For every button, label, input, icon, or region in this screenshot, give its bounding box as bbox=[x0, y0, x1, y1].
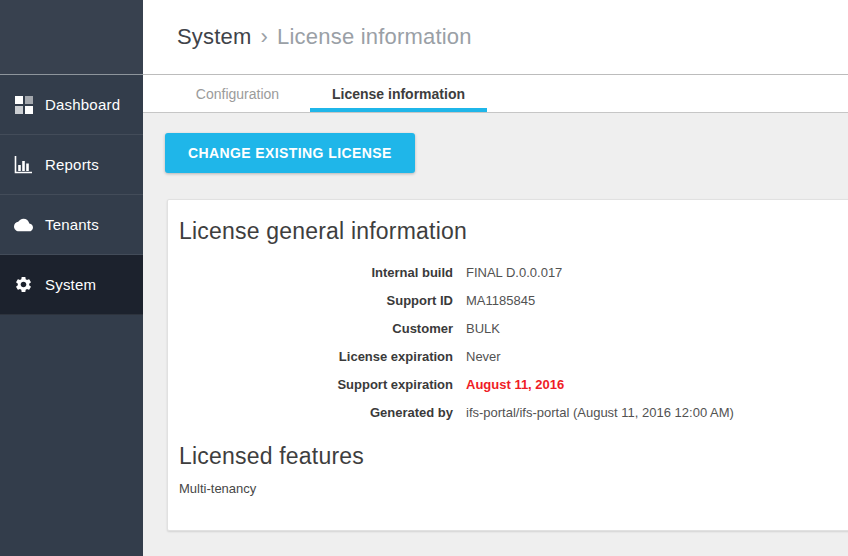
tab-label: Configuration bbox=[196, 86, 279, 102]
sidebar-item-label: Tenants bbox=[45, 216, 99, 233]
field-value: Never bbox=[466, 343, 848, 371]
field-label: Generated by bbox=[168, 399, 453, 427]
field-row-internal-build: Internal build FINAL D.0.0.017 bbox=[168, 259, 848, 287]
field-label: Internal build bbox=[168, 259, 453, 287]
field-row-support-id: Support ID MA1185845 bbox=[168, 287, 848, 315]
dashboard-grid-icon bbox=[14, 95, 33, 114]
sidebar-item-reports[interactable]: Reports bbox=[0, 135, 143, 195]
page-header: System›License information bbox=[143, 0, 848, 75]
field-label: Support ID bbox=[168, 287, 453, 315]
sidebar-item-label: Reports bbox=[45, 156, 99, 173]
breadcrumb-separator-icon: › bbox=[261, 24, 269, 49]
field-value: ifs-portal/ifs-portal (August 11, 2016 1… bbox=[466, 399, 848, 427]
cloud-icon bbox=[14, 215, 33, 234]
field-label: License expiration bbox=[168, 343, 453, 371]
tab-configuration[interactable]: Configuration bbox=[165, 75, 310, 112]
feature-item: Multi-tenancy bbox=[179, 480, 848, 498]
breadcrumb-current: License information bbox=[277, 24, 472, 49]
sidebar: Dashboard Reports Tenants bbox=[0, 0, 143, 556]
field-row-license-expiration: License expiration Never bbox=[168, 343, 848, 371]
field-value: FINAL D.0.0.017 bbox=[466, 259, 848, 287]
tab-bar: Configuration License information bbox=[143, 75, 848, 113]
gear-icon bbox=[14, 275, 33, 294]
sidebar-logo-area bbox=[0, 0, 143, 75]
field-label: Customer bbox=[168, 315, 453, 343]
field-row-customer: Customer BULK bbox=[168, 315, 848, 343]
content-area: CHANGE EXISTING LICENSE License general … bbox=[143, 113, 848, 556]
sidebar-item-dashboard[interactable]: Dashboard bbox=[0, 75, 143, 135]
sidebar-item-system[interactable]: System bbox=[0, 255, 143, 315]
support-expiration-date: August 11, 2016 bbox=[466, 371, 848, 399]
app-window: Dashboard Reports Tenants bbox=[0, 0, 848, 556]
license-info-card: License general information Internal bui… bbox=[167, 199, 848, 531]
sidebar-item-label: System bbox=[45, 276, 96, 293]
license-general-heading: License general information bbox=[179, 218, 848, 245]
breadcrumb-parent[interactable]: System bbox=[177, 24, 252, 49]
field-value: MA1185845 bbox=[466, 287, 848, 315]
tab-label: License information bbox=[332, 86, 465, 102]
tab-license-information[interactable]: License information bbox=[310, 75, 487, 112]
field-row-generated-by: Generated by ifs-portal/ifs-portal (Augu… bbox=[168, 399, 848, 427]
field-label: Support expiration bbox=[168, 371, 453, 399]
change-existing-license-button[interactable]: CHANGE EXISTING LICENSE bbox=[165, 133, 415, 173]
active-tab-underline bbox=[310, 108, 487, 112]
main-area: System›License information Configuration… bbox=[143, 0, 848, 556]
field-value: BULK bbox=[466, 315, 848, 343]
licensed-features-heading: Licensed features bbox=[179, 443, 848, 470]
bar-chart-icon bbox=[14, 155, 33, 174]
field-row-support-expiration: Support expiration August 11, 2016 bbox=[168, 371, 848, 399]
breadcrumb: System›License information bbox=[177, 24, 472, 50]
sidebar-item-tenants[interactable]: Tenants bbox=[0, 195, 143, 255]
sidebar-item-label: Dashboard bbox=[45, 96, 120, 113]
